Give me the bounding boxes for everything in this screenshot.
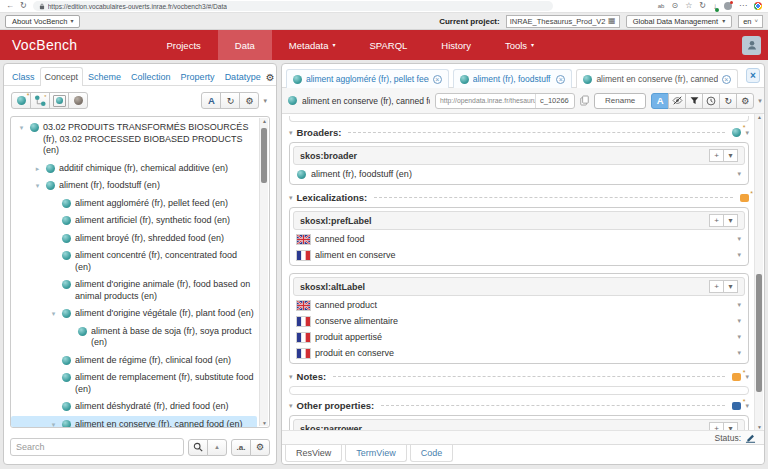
tree-node[interactable]: ▾aliment (fr), foodstuff (en) [11,177,257,195]
deprecate-concept-button[interactable] [49,92,69,109]
tab-property[interactable]: Property [176,67,220,86]
search-settings-button[interactable]: ⚙ [250,439,270,456]
resource-tab[interactable]: aliment en conserve (fr), canned foo...× [576,69,737,88]
cookie-icon[interactable]: ⊙ [671,2,678,10]
bookmark-star-icon[interactable]: ☆ [685,2,692,10]
collapse-section-icon[interactable]: ▾ [289,194,293,202]
tab-termview[interactable]: TermView [345,445,406,462]
add-lexicalization-icon[interactable] [740,194,749,202]
value-filter-button[interactable] [685,93,703,109]
tab-code[interactable]: Code [410,445,454,462]
tree-node[interactable]: aliment de remplacement (fr), substitute… [11,369,257,398]
close-all-tabs-button[interactable]: × [746,68,760,83]
scroll-up-icon[interactable]: ▲ [260,118,269,124]
rename-button[interactable]: Rename [594,93,646,109]
time-machine-button[interactable] [702,93,720,109]
add-value-button[interactable]: + [709,149,724,162]
tab-concept[interactable]: Concept [40,67,84,86]
resource-scrollbar[interactable]: ▲ ▼ [754,114,763,430]
tree-options-button[interactable]: ⚙ [239,92,259,109]
value-menu-icon[interactable]: ▾ [737,301,741,309]
nav-item-projects[interactable]: Projects [149,30,217,60]
tab-collection[interactable]: Collection [126,67,176,86]
profile-avatar-icon[interactable] [724,2,732,10]
tree-node[interactable]: aliment concentré (fr), concentrated foo… [11,247,257,276]
value-row[interactable]: produit en conserve▾ [293,344,745,360]
value-menu-icon[interactable]: ▾ [737,349,741,357]
value-row[interactable]: produit appertisé▾ [293,328,745,344]
collapse-node-icon[interactable]: ▾ [49,419,58,429]
add-value-button[interactable]: + [709,422,724,430]
tab-datatype[interactable]: Datatype [220,67,266,86]
expand-node-icon[interactable]: ▸ [33,163,42,174]
project-table-icon[interactable]: ▦ [608,17,616,25]
add-property-icon[interactable] [732,402,741,410]
value-menu-icon[interactable]: ▾ [737,251,741,259]
tab-resview[interactable]: ResView [285,445,342,462]
tree-node[interactable]: aliment broyé (fr), shredded food (en) [11,230,257,248]
search-button[interactable] [188,439,208,456]
section-menu-icon[interactable]: ▾ [745,129,749,137]
browser-menu-icon[interactable]: ⋯ [739,2,747,10]
search-collapse-button[interactable]: ▴ [207,439,227,456]
predicate-menu-button[interactable]: ▾ [723,149,738,162]
search-input[interactable] [10,438,184,456]
value-row[interactable]: conserve alimentaire▾ [293,312,745,328]
section-menu-icon[interactable]: ▾ [745,402,749,410]
tree-scrollbar[interactable]: ▲ ▼ [259,118,268,426]
nav-item-history[interactable]: History [424,30,488,60]
value-menu-icon[interactable]: ▾ [737,170,741,178]
extension-icon[interactable]: ↻ [699,2,706,10]
create-narrower-button[interactable]: * [30,92,50,109]
resource-menu-icon[interactable]: ▾ [754,97,764,105]
add-value-button[interactable]: + [709,214,724,227]
resource-settings-button[interactable]: ⚙ [736,93,754,109]
value-menu-icon[interactable]: ▾ [737,333,741,341]
add-lexicalization-icon[interactable] [732,373,741,381]
about-vocbench-button[interactable]: About VocBench ▾ [5,15,80,28]
tab-class[interactable]: Class [7,67,40,86]
url-bar[interactable]: https://edition.vocabulaires-ouverts.inr… [33,1,553,11]
rendering-button[interactable]: A [651,93,669,109]
download-icon[interactable]: ↓ [713,2,717,11]
translate-icon[interactable]: ab [658,3,665,9]
panel-settings-gear-icon[interactable]: ⚙ [266,72,279,85]
reload-icon[interactable]: ↻ [20,2,27,10]
copy-uri-button[interactable] [580,95,589,106]
collapse-section-icon[interactable]: ▾ [289,373,293,381]
tree-node[interactable]: ▾aliment d'origine végétale (fr), plant … [11,305,257,323]
search-mode-button[interactable]: .a. [231,439,251,456]
close-tab-icon[interactable]: × [722,75,731,84]
collapse-section-icon[interactable]: ▾ [289,402,293,410]
toolbar-dropdown-icon[interactable]: ▾ [259,97,269,105]
global-data-management-button[interactable]: Global Data Management ▾ [626,15,732,28]
resource-tab[interactable]: aliment aggloméré (fr), pellet feed (en)… [286,69,449,88]
rendering-button[interactable]: A [201,92,221,109]
value-row[interactable]: canned food▾ [293,230,745,246]
close-tab-icon[interactable]: × [433,75,442,84]
value-row[interactable]: aliment en conserve▾ [293,246,745,262]
deprecated-concept-button[interactable] [68,92,88,109]
tree-scroll-thumb[interactable] [261,128,267,183]
language-select[interactable]: en ˅ [738,15,763,28]
user-button[interactable] [742,36,761,55]
tree-node[interactable]: ▸additif chimique (fr), chemical additiv… [11,160,257,178]
add-value-button[interactable]: + [709,280,724,293]
collapse-node-icon[interactable]: ▾ [33,180,42,191]
tree-node[interactable]: ▾03.02 PRODUITS TRANSFORMÉS BIOSOURCÉS (… [11,119,257,160]
collapse-node-icon[interactable]: ▾ [17,122,26,133]
resource-tab[interactable]: aliment (fr), foodstuff (en)× [453,69,573,88]
scroll-down-icon[interactable]: ▼ [260,420,269,426]
value-menu-icon[interactable]: ▾ [737,317,741,325]
tree-node[interactable]: aliment de régime (fr), clinical food (e… [11,352,257,370]
collapse-section-icon[interactable]: ▾ [289,129,293,137]
tree-node[interactable]: aliment artificiel (fr), synthetic food … [11,212,257,230]
value-row[interactable]: canned product▾ [293,296,745,312]
nav-item-tools[interactable]: Tools▾ [488,30,551,60]
tree-node[interactable]: aliment aggloméré (fr), pellet feed (en) [11,195,257,213]
section-menu-icon[interactable]: ▾ [745,373,749,381]
status-pencil-icon[interactable] [745,433,756,443]
predicate-menu-button[interactable]: ▾ [723,214,738,227]
tab-scheme[interactable]: Scheme [83,67,126,86]
hide-inference-button[interactable] [668,93,686,109]
